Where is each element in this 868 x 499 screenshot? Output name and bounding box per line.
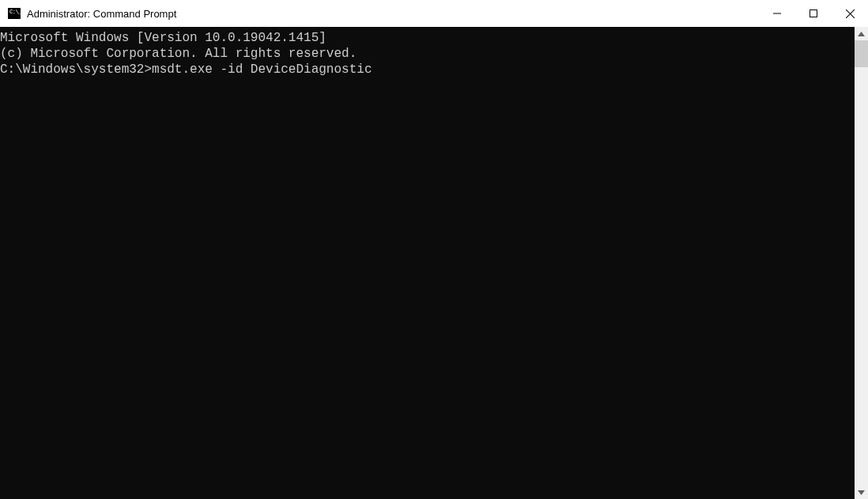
svg-rect-1	[810, 10, 817, 17]
chevron-up-icon	[858, 32, 865, 36]
chevron-down-icon	[858, 490, 865, 495]
close-icon	[846, 9, 855, 18]
window-controls	[759, 0, 868, 27]
scrollbar-track[interactable]	[855, 40, 868, 486]
terminal-line: Microsoft Windows [Version 10.0.19042.14…	[0, 30, 855, 46]
terminal-prompt-line: C:\Windows\system32>msdt.exe -id DeviceD…	[0, 62, 855, 77]
terminal-line: (c) Microsoft Corporation. All rights re…	[0, 46, 855, 62]
maximize-icon	[810, 9, 817, 17]
titlebar[interactable]: Administrator: Command Prompt	[0, 0, 868, 27]
scrollbar-down-button[interactable]	[855, 486, 868, 499]
cmd-app-icon	[8, 8, 21, 19]
client-area: Microsoft Windows [Version 10.0.19042.14…	[0, 27, 868, 499]
terminal-output[interactable]: Microsoft Windows [Version 10.0.19042.14…	[0, 27, 855, 499]
window-title: Administrator: Command Prompt	[27, 8, 176, 20]
minimize-icon	[773, 9, 781, 17]
scrollbar-up-button[interactable]	[855, 27, 868, 40]
vertical-scrollbar[interactable]	[855, 27, 868, 499]
minimize-button[interactable]	[759, 0, 795, 27]
scrollbar-thumb[interactable]	[855, 40, 868, 67]
window-root: Administrator: Command Prompt Mic	[0, 0, 868, 499]
terminal-prompt: C:\Windows\system32>	[0, 62, 152, 77]
svg-marker-4	[858, 32, 865, 36]
terminal-command[interactable]: msdt.exe -id DeviceDiagnostic	[152, 62, 372, 77]
svg-marker-5	[858, 490, 865, 495]
maximize-button[interactable]	[795, 0, 832, 27]
close-button[interactable]	[832, 0, 868, 27]
